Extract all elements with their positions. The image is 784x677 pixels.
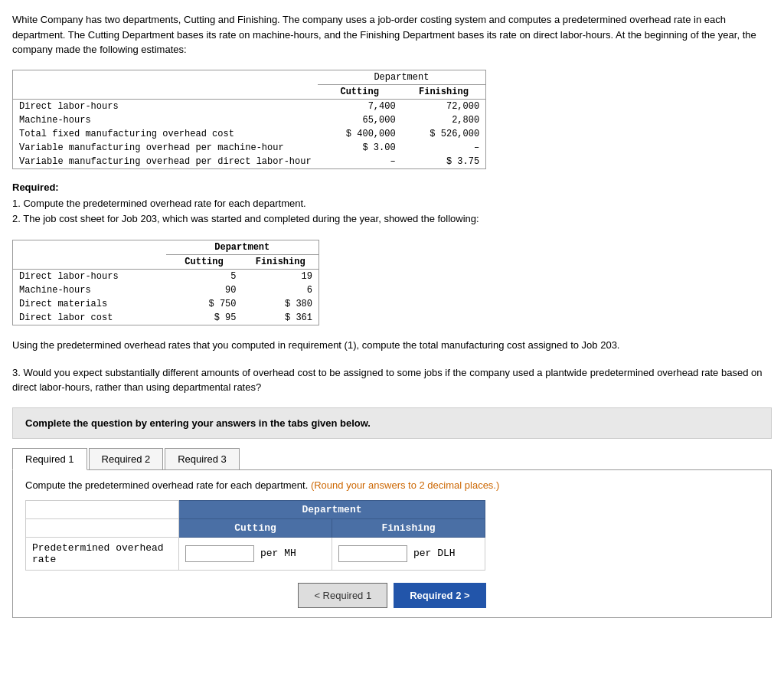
required-header: Required: (12, 182, 772, 193)
estimates-row-label: Machine-hours (13, 113, 318, 127)
required-list: 1. Compute the predetermined overhead ra… (12, 196, 772, 228)
estimates-row-finishing: – (402, 141, 486, 155)
estimates-table-container: Department Cutting Finishing Direct labo… (12, 70, 772, 169)
estimates-row-cutting: 7,400 (318, 99, 402, 113)
job-table: Department Cutting Finishing Direct labo… (12, 240, 319, 325)
estimates-row-label: Total fixed manufacturing overhead cost (13, 127, 318, 141)
answer-table-wrapper: Department Cutting Finishing Predetermin… (25, 500, 759, 571)
estimates-cutting-header: Cutting (318, 84, 402, 99)
estimates-table: Department Cutting Finishing Direct labo… (12, 70, 486, 169)
estimates-row-label: Variable manufacturing overhead per mach… (13, 141, 318, 155)
instruction-box: Complete the question by entering your a… (12, 407, 772, 439)
estimates-row-finishing: $ 3.75 (402, 155, 486, 169)
tab-required2[interactable]: Required 2 (89, 448, 164, 469)
finishing-rate-input[interactable] (338, 545, 407, 562)
estimates-label-spacer (13, 70, 318, 84)
estimates-label-spacer2 (13, 84, 318, 99)
tab-content: Compute the predetermined overhead rate … (12, 470, 772, 618)
job-row-3: Direct labor cost $ 95 $ 361 (13, 311, 319, 325)
estimates-row-label: Variable manufacturing overhead per dire… (13, 155, 318, 169)
job-row-label: Direct labor-hours (13, 270, 166, 284)
prev-button[interactable]: < Required 1 (298, 583, 387, 608)
estimates-row-cutting: $ 400,000 (318, 127, 402, 141)
estimates-row-3: Variable manufacturing overhead per mach… (13, 141, 486, 155)
answer-label-header (26, 500, 179, 518)
estimates-row-finishing: 72,000 (402, 99, 486, 113)
finishing-unit-label: per DLH (410, 548, 459, 559)
intro-text: White Company has two departments, Cutti… (12, 12, 772, 57)
job-department-header: Department (166, 240, 319, 255)
estimates-row-cutting: – (318, 155, 402, 169)
using-text-3: 3. Would you expect substantially differ… (12, 365, 772, 395)
estimates-row-1: Machine-hours 65,000 2,800 (13, 113, 486, 127)
answer-row-label: Predetermined overhead rate (26, 537, 179, 570)
answer-finishing-cell: per DLH (332, 537, 485, 570)
cutting-unit-label: per MH (257, 548, 299, 559)
using-text: Using the predetermined overhead rates t… (12, 338, 772, 353)
estimates-row-4: Variable manufacturing overhead per dire… (13, 155, 486, 169)
job-row-label: Machine-hours (13, 283, 166, 297)
answer-sublabel-header (26, 518, 179, 537)
using-text-part1: Using the predetermined overhead rates t… (12, 339, 598, 351)
job-spacer2 (13, 255, 166, 270)
tab-instruction: Compute the predetermined overhead rate … (25, 479, 759, 491)
job-row-finishing: 6 (243, 283, 319, 297)
job-row-finishing: $ 380 (243, 297, 319, 311)
using-text-part2: 203. (600, 339, 619, 351)
job-row-finishing: $ 361 (243, 311, 319, 325)
required-item-1: 1. Compute the predetermined overhead ra… (12, 196, 772, 212)
tab-instruction-main: Compute the predetermined overhead rate … (25, 479, 308, 491)
job-row-cutting: $ 750 (166, 297, 243, 311)
next-button[interactable]: Required 2 > (394, 583, 485, 608)
job-row-0: Direct labor-hours 5 19 (13, 270, 319, 284)
job-spacer (13, 240, 166, 255)
estimates-row-label: Direct labor-hours (13, 99, 318, 113)
answer-finishing-col-header: Finishing (332, 518, 485, 537)
job-row-cutting: $ 95 (166, 311, 243, 325)
job-table-container: Department Cutting Finishing Direct labo… (12, 240, 772, 325)
job-row-label: Direct labor cost (13, 311, 166, 325)
estimates-row-cutting: 65,000 (318, 113, 402, 127)
job-cutting-header: Cutting (166, 255, 243, 270)
tab-instruction-suffix: (Round your answers to 2 decimal places.… (311, 479, 499, 491)
answer-table: Department Cutting Finishing Predetermin… (25, 500, 485, 571)
bottom-nav: < Required 1 Required 2 > (25, 583, 759, 608)
answer-department-header: Department (179, 500, 485, 518)
tab-required1[interactable]: Required 1 (12, 448, 87, 470)
answer-cutting-col-header: Cutting (179, 518, 332, 537)
estimates-row-cutting: $ 3.00 (318, 141, 402, 155)
job-row-cutting: 90 (166, 283, 243, 297)
job-row-2: Direct materials $ 750 $ 380 (13, 297, 319, 311)
estimates-row-finishing: 2,800 (402, 113, 486, 127)
estimates-finishing-header: Finishing (402, 84, 486, 99)
job-row-finishing: 19 (243, 270, 319, 284)
job-finishing-header: Finishing (243, 255, 319, 270)
estimates-row-finishing: $ 526,000 (402, 127, 486, 141)
required-item-2: 2. The job cost sheet for Job 203, which… (12, 211, 772, 227)
job-row-1: Machine-hours 90 6 (13, 283, 319, 297)
tabs-container: Required 1 Required 2 Required 3 (12, 448, 772, 470)
estimates-department-header: Department (318, 70, 486, 84)
estimates-row-2: Total fixed manufacturing overhead cost … (13, 127, 486, 141)
cutting-rate-input[interactable] (185, 545, 254, 562)
tab-required3[interactable]: Required 3 (165, 448, 240, 469)
answer-cutting-cell: per MH (179, 537, 332, 570)
job-row-label: Direct materials (13, 297, 166, 311)
job-row-cutting: 5 (166, 270, 243, 284)
estimates-row-0: Direct labor-hours 7,400 72,000 (13, 99, 486, 113)
